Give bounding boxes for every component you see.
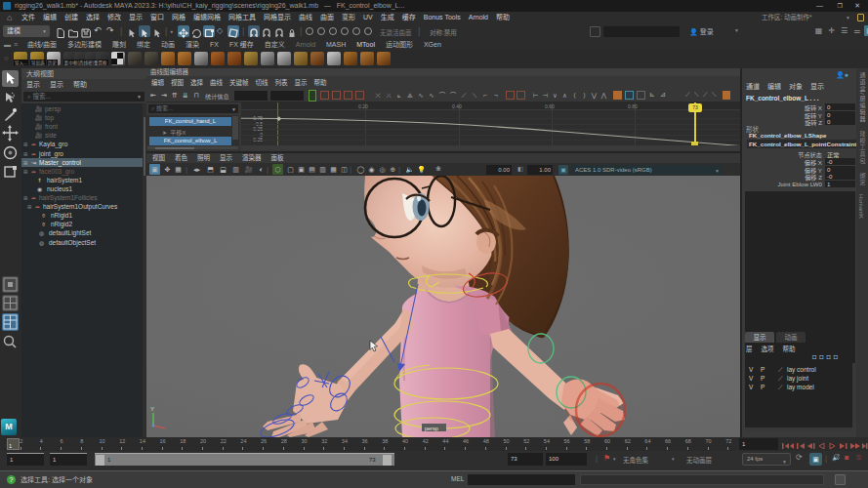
svg-text:Y: Y [150, 406, 154, 412]
svg-text:persp: persp [425, 426, 438, 431]
